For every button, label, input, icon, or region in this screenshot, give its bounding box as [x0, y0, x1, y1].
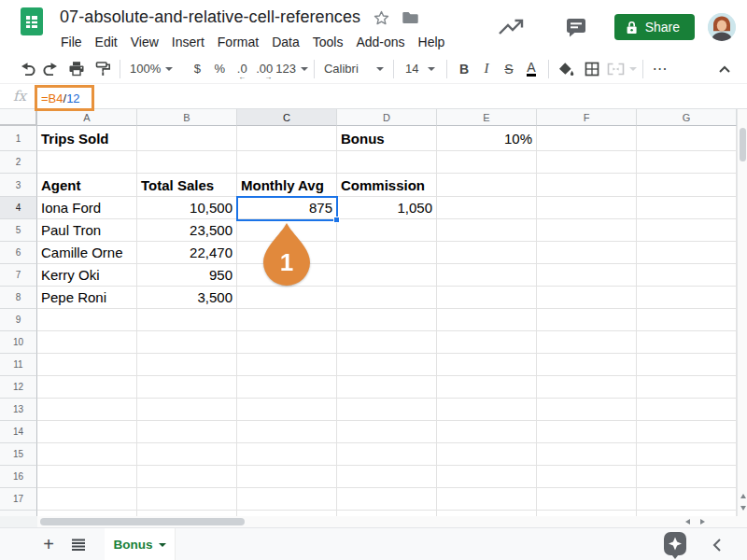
sheet-tab-bonus[interactable]: Bonus — [105, 528, 176, 560]
cell-B11[interactable] — [137, 354, 237, 376]
cell-D2[interactable] — [337, 151, 437, 174]
redo-button[interactable] — [39, 58, 62, 80]
cell-E10[interactable] — [437, 331, 537, 354]
cell-D8[interactable] — [337, 287, 437, 309]
paint-format-button[interactable] — [92, 58, 114, 80]
cell-B2[interactable] — [137, 151, 237, 174]
cell-F2[interactable] — [537, 151, 637, 174]
formula-input[interactable]: =B4/12 — [41, 91, 80, 105]
vertical-scrollbar-thumb[interactable] — [740, 128, 746, 161]
cell-A3[interactable]: Agent — [37, 174, 137, 197]
cell-D7[interactable] — [337, 264, 437, 287]
cell-F1[interactable] — [537, 126, 637, 151]
row-header-7[interactable]: 7 — [0, 264, 37, 287]
cell-D1[interactable]: Bonus — [337, 126, 437, 151]
star-icon[interactable] — [374, 10, 389, 25]
cell-D6[interactable] — [337, 242, 437, 264]
cell-F9[interactable] — [537, 309, 637, 331]
scroll-down-button[interactable] — [738, 502, 747, 514]
move-folder-icon[interactable] — [402, 11, 418, 24]
cell-G15[interactable] — [637, 443, 737, 466]
cell-A11[interactable] — [37, 354, 137, 376]
fill-color-button[interactable] — [555, 58, 577, 80]
cell-B5[interactable]: 23,500 — [137, 219, 237, 242]
cell-E9[interactable] — [437, 309, 537, 331]
bold-button[interactable]: B — [453, 58, 475, 80]
cell-E11[interactable] — [437, 354, 537, 376]
cell-E5[interactable] — [437, 219, 537, 242]
cell-C1[interactable] — [237, 126, 337, 151]
cell-D4[interactable]: 1,050 — [337, 197, 437, 219]
cell-F6[interactable] — [537, 242, 637, 264]
cell-F3[interactable] — [537, 174, 637, 197]
cell-F16[interactable] — [537, 466, 637, 488]
column-header-C[interactable]: C — [237, 109, 337, 126]
cell-F7[interactable] — [537, 264, 637, 287]
cell-G3[interactable] — [637, 174, 737, 197]
cell-A2[interactable] — [37, 151, 137, 174]
cell-D5[interactable] — [337, 219, 437, 242]
row-header-5[interactable]: 5 — [0, 219, 37, 242]
cell-C9[interactable] — [237, 309, 337, 331]
cell-A13[interactable] — [37, 399, 137, 421]
cell-B3[interactable]: Total Sales — [137, 174, 237, 197]
cell-E3[interactable] — [437, 174, 537, 197]
cell-F11[interactable] — [537, 354, 637, 376]
select-all-corner[interactable] — [0, 109, 37, 126]
undo-button[interactable] — [17, 58, 39, 80]
cell-C3[interactable]: Monthly Avg — [237, 174, 337, 197]
cell-A14[interactable] — [37, 421, 137, 443]
menu-add-ons[interactable]: Add-ons — [349, 33, 411, 51]
menu-help[interactable]: Help — [412, 33, 452, 51]
cell-G12[interactable] — [637, 376, 737, 399]
comments-icon[interactable] — [566, 18, 586, 37]
cell-G17[interactable] — [637, 488, 737, 511]
row-header-6[interactable]: 6 — [0, 242, 37, 264]
cell-A16[interactable] — [37, 466, 137, 488]
cell-B8[interactable]: 3,500 — [137, 287, 237, 309]
row-header-11[interactable]: 11 — [0, 354, 37, 376]
cell-B4[interactable]: 10,500 — [137, 197, 237, 219]
cell-E14[interactable] — [437, 421, 537, 443]
cell-G14[interactable] — [637, 421, 737, 443]
font-size-select[interactable]: 14 — [400, 58, 441, 80]
row-header-17[interactable]: 17 — [0, 488, 37, 511]
cell-C14[interactable] — [237, 421, 337, 443]
zoom-select[interactable]: 100% — [126, 58, 176, 80]
cell-E2[interactable] — [437, 151, 537, 174]
cell-B16[interactable] — [137, 466, 237, 488]
cell-G10[interactable] — [637, 331, 737, 354]
row-header-4[interactable]: 4 — [0, 197, 37, 219]
cell-G1[interactable] — [637, 126, 737, 151]
menu-view[interactable]: View — [124, 33, 165, 51]
cell-D10[interactable] — [337, 331, 437, 354]
cell-A7[interactable]: Kerry Oki — [37, 264, 137, 287]
row-header-9[interactable]: 9 — [0, 309, 37, 331]
cell-E15[interactable] — [437, 443, 537, 466]
cell-G8[interactable] — [637, 287, 737, 309]
cell-B6[interactable]: 22,470 — [137, 242, 237, 264]
cell-C11[interactable] — [237, 354, 337, 376]
cell-E4[interactable] — [437, 197, 537, 219]
sheets-logo-icon[interactable] — [21, 7, 43, 35]
cell-D13[interactable] — [337, 399, 437, 421]
cell-G6[interactable] — [637, 242, 737, 264]
show-side-panel-chevron[interactable] — [712, 538, 723, 556]
strikethrough-button[interactable]: S — [498, 58, 520, 80]
cell-E6[interactable] — [437, 242, 537, 264]
cell-F4[interactable] — [537, 197, 637, 219]
explore-button[interactable] — [663, 531, 687, 560]
vertical-scrollbar[interactable] — [737, 109, 747, 516]
row-header-10[interactable]: 10 — [0, 331, 37, 354]
cell-B12[interactable] — [137, 376, 237, 399]
row-header-12[interactable]: 12 — [0, 376, 37, 399]
merge-cells-button[interactable] — [607, 58, 637, 80]
cell-A15[interactable] — [37, 443, 137, 466]
cell-G2[interactable] — [637, 151, 737, 174]
scroll-right-button[interactable] — [697, 517, 709, 526]
format-currency-button[interactable]: $ — [186, 58, 208, 80]
cell-C17[interactable] — [237, 488, 337, 511]
cell-F10[interactable] — [537, 331, 637, 354]
cell-D11[interactable] — [337, 354, 437, 376]
cell-G4[interactable] — [637, 197, 737, 219]
